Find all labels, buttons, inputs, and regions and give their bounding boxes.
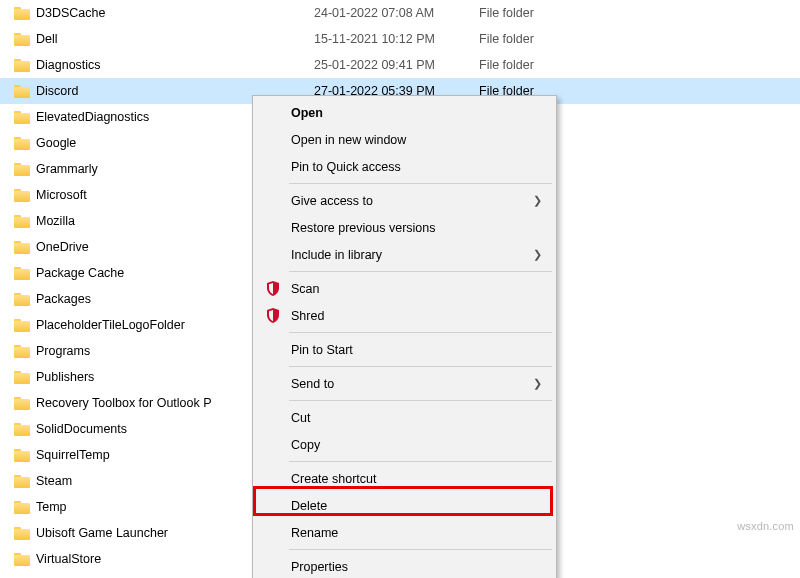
file-date: 15-11-2021 10:12 PM (314, 32, 479, 46)
file-name: Package Cache (36, 266, 124, 280)
file-name: Dell (36, 32, 58, 46)
chevron-right-icon: ❯ (533, 377, 542, 390)
folder-icon (14, 137, 30, 150)
ctx-separator (289, 332, 552, 333)
file-name: VirtualStore (36, 552, 101, 566)
ctx-separator (289, 400, 552, 401)
file-name: Diagnostics (36, 58, 101, 72)
file-name: Recovery Toolbox for Outlook P (36, 396, 212, 410)
ctx-separator (289, 183, 552, 184)
mcafee-shield-icon (265, 281, 281, 297)
chevron-right-icon: ❯ (533, 194, 542, 207)
file-row[interactable]: Dell15-11-2021 10:12 PMFile folder (0, 26, 800, 52)
folder-icon (14, 7, 30, 20)
file-type: File folder (479, 32, 599, 46)
file-name: Steam (36, 474, 72, 488)
ctx-restore-previous-versions[interactable]: Restore previous versions (255, 214, 554, 241)
file-row[interactable]: D3DSCache24-01-2022 07:08 AMFile folder (0, 0, 800, 26)
ctx-separator (289, 549, 552, 550)
folder-icon (14, 527, 30, 540)
folder-icon (14, 163, 30, 176)
folder-icon (14, 397, 30, 410)
folder-icon (14, 241, 30, 254)
file-name: OneDrive (36, 240, 89, 254)
ctx-separator (289, 366, 552, 367)
folder-icon (14, 423, 30, 436)
folder-icon (14, 267, 30, 280)
ctx-delete[interactable]: Delete (255, 492, 554, 519)
folder-icon (14, 319, 30, 332)
folder-icon (14, 59, 30, 72)
ctx-separator (289, 271, 552, 272)
file-name: D3DSCache (36, 6, 105, 20)
ctx-separator (289, 461, 552, 462)
file-name: Discord (36, 84, 78, 98)
ctx-open[interactable]: Open (255, 99, 554, 126)
chevron-right-icon: ❯ (533, 248, 542, 261)
ctx-send-to[interactable]: Send to ❯ (255, 370, 554, 397)
folder-icon (14, 449, 30, 462)
folder-icon (14, 475, 30, 488)
ctx-include-in-library[interactable]: Include in library ❯ (255, 241, 554, 268)
ctx-item-label: Give access to (291, 194, 373, 208)
file-name: SquirrelTemp (36, 448, 110, 462)
file-row[interactable]: Diagnostics25-01-2022 09:41 PMFile folde… (0, 52, 800, 78)
ctx-open-new-window[interactable]: Open in new window (255, 126, 554, 153)
folder-icon (14, 501, 30, 514)
ctx-shred[interactable]: Shred (255, 302, 554, 329)
ctx-scan[interactable]: Scan (255, 275, 554, 302)
ctx-give-access-to[interactable]: Give access to ❯ (255, 187, 554, 214)
folder-icon (14, 371, 30, 384)
folder-icon (14, 293, 30, 306)
folder-icon (14, 111, 30, 124)
file-type: File folder (479, 58, 599, 72)
ctx-item-label: Send to (291, 377, 334, 391)
file-date: 25-01-2022 09:41 PM (314, 58, 479, 72)
ctx-cut[interactable]: Cut (255, 404, 554, 431)
context-menu: Open Open in new window Pin to Quick acc… (252, 95, 557, 578)
ctx-copy[interactable]: Copy (255, 431, 554, 458)
ctx-item-label: Scan (291, 282, 320, 296)
file-name: Publishers (36, 370, 94, 384)
file-date: 24-01-2022 07:08 AM (314, 6, 479, 20)
folder-icon (14, 33, 30, 46)
file-name: Mozilla (36, 214, 75, 228)
file-name: Temp (36, 500, 67, 514)
file-name: Grammarly (36, 162, 98, 176)
folder-icon (14, 85, 30, 98)
ctx-pin-quick-access[interactable]: Pin to Quick access (255, 153, 554, 180)
file-name: Programs (36, 344, 90, 358)
file-name: ElevatedDiagnostics (36, 110, 149, 124)
mcafee-shield-icon (265, 308, 281, 324)
file-name: Ubisoft Game Launcher (36, 526, 168, 540)
file-name: SolidDocuments (36, 422, 127, 436)
folder-icon (14, 189, 30, 202)
ctx-create-shortcut[interactable]: Create shortcut (255, 465, 554, 492)
ctx-rename[interactable]: Rename (255, 519, 554, 546)
folder-icon (14, 345, 30, 358)
file-name: Google (36, 136, 76, 150)
ctx-properties[interactable]: Properties (255, 553, 554, 578)
folder-icon (14, 215, 30, 228)
ctx-pin-to-start[interactable]: Pin to Start (255, 336, 554, 363)
file-name: Packages (36, 292, 91, 306)
ctx-item-label: Shred (291, 309, 324, 323)
folder-icon (14, 553, 30, 566)
watermark-text: wsxdn.com (737, 520, 794, 532)
file-name: PlaceholderTileLogoFolder (36, 318, 185, 332)
file-name: Microsoft (36, 188, 87, 202)
file-type: File folder (479, 6, 599, 20)
ctx-item-label: Include in library (291, 248, 382, 262)
